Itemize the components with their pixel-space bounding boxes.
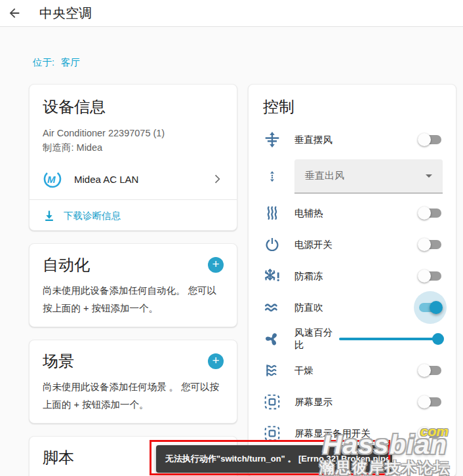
automations-empty-text: 尚未使用此设备添加任何自动化。 您可以按上面的 + 按钮添加一个。 — [43, 282, 224, 317]
add-automation-button[interactable]: + — [208, 257, 224, 273]
control-row-vertical-outlet: 垂直出风 — [249, 155, 456, 197]
power-icon — [264, 237, 280, 252]
control-row-screen-display-backup: 屏幕显示备用开关 — [249, 418, 456, 449]
toggle-swing-vertical[interactable] — [418, 133, 443, 146]
control-label: 屏幕显示 — [294, 396, 418, 408]
toggle-frost-protect[interactable] — [418, 269, 443, 283]
page-title: 中央空调 — [39, 5, 92, 22]
fan-speed-slider[interactable] — [339, 332, 443, 346]
control-label: 防霜冻 — [294, 270, 418, 283]
control-label: 电源开关 — [294, 239, 418, 251]
toggle-anti-direct-blow[interactable] — [418, 301, 443, 314]
back-button[interactable] — [0, 0, 29, 27]
controls-card: 控制 垂直摆风 垂直出风 — [248, 84, 456, 476]
toggle-screen-display-backup[interactable] — [418, 427, 443, 440]
scenes-empty-text: 尚未使用此设备添加任何场景 。 您可以按上面的 + 按钮添加一个。 — [43, 378, 224, 414]
heat-wave-icon — [264, 205, 281, 222]
right-column: 控制 垂直摆风 垂直出风 — [248, 84, 456, 476]
control-label: 干燥 — [294, 365, 418, 377]
scenes-title: 场景 — [43, 351, 74, 372]
arrow-left-icon — [7, 6, 22, 20]
device-manufacturer: 制造商: Midea — [43, 140, 224, 155]
svg-text:M: M — [47, 174, 56, 185]
device-info-card: 设备信息 Air Conditioner 22397075 (1) 制造商: M… — [29, 84, 237, 231]
scenes-card: 场景 + 尚未使用此设备添加任何场景 。 您可以按上面的 + 按钮添加一个。 — [29, 340, 237, 424]
arrow-up-down-icon — [266, 170, 279, 183]
control-row-aux-heat: 电辅热 — [249, 197, 456, 229]
device-name: Air Conditioner 22397075 (1) — [43, 126, 224, 140]
control-row-power: 电源开关 — [249, 229, 456, 260]
toggle-power[interactable] — [418, 238, 443, 251]
left-column: 设备信息 Air Conditioner 22397075 (1) 制造商: M… — [29, 84, 237, 476]
chevron-right-icon — [211, 172, 224, 186]
automations-title: 自动化 — [43, 254, 90, 275]
download-label: 下载诊断信息 — [64, 210, 121, 222]
breadcrumb-location: 位于: 客厅 — [33, 56, 80, 69]
location-label: 位于: — [33, 57, 54, 68]
scripts-title: 脚本 — [43, 447, 74, 468]
automations-card: 自动化 + 尚未使用此设备添加任何自动化。 您可以按上面的 + 按钮添加一个。 — [29, 243, 237, 327]
control-row-frost-protect: 防霜冻 — [249, 260, 456, 292]
swing-vertical-icon — [264, 131, 281, 148]
vertical-outlet-select[interactable]: 垂直出风 — [294, 159, 443, 193]
snowflake-alert-icon — [264, 268, 281, 285]
fan-icon — [264, 330, 281, 347]
control-row-fan-speed: 风速百分比 — [249, 323, 456, 355]
error-toast-message: 无法执行动作"switch/turn_on" 。 [Errno 32] Brok… — [165, 453, 390, 465]
slider-thumb[interactable] — [432, 333, 444, 345]
integration-row[interactable]: M Midea AC LAN — [43, 165, 224, 193]
app-header: 中央空调 — [0, 0, 463, 27]
download-diagnostics-link[interactable]: 下载诊断信息 — [43, 200, 224, 231]
air-filter-icon — [264, 362, 281, 379]
control-label: 屏幕显示备用开关 — [294, 427, 418, 440]
toggle-dry[interactable] — [418, 364, 443, 377]
screen-display-icon — [264, 393, 281, 410]
wave-icon — [264, 299, 281, 316]
error-toast: 无法执行动作"switch/turn_on" 。 [Errno 32] Brok… — [156, 445, 392, 473]
select-value: 垂直出风 — [305, 170, 426, 182]
control-label: 垂直摆风 — [294, 134, 418, 146]
controls-title: 控制 — [263, 96, 456, 117]
control-label: 电辅热 — [294, 207, 418, 220]
toggle-screen-display[interactable] — [418, 395, 443, 408]
dropdown-caret-icon — [426, 174, 432, 178]
integration-name: Midea AC LAN — [74, 174, 138, 185]
control-label: 风速百分比 — [294, 327, 339, 351]
control-label: 防直吹 — [294, 302, 418, 314]
add-scene-button[interactable]: + — [208, 353, 224, 369]
toggle-aux-heat[interactable] — [418, 207, 443, 220]
control-row-swing-vertical: 垂直摆风 — [249, 124, 456, 155]
screen-display-icon — [264, 425, 281, 442]
midea-logo-icon: M — [43, 169, 62, 189]
control-row-anti-direct-blow: 防直吹 — [249, 292, 456, 323]
download-icon — [43, 209, 56, 222]
control-row-screen-display: 屏幕显示 — [249, 386, 456, 418]
control-row-dry: 干燥 — [249, 355, 456, 386]
device-info-title: 设备信息 — [43, 96, 224, 117]
location-area-link[interactable]: 客厅 — [61, 57, 80, 68]
